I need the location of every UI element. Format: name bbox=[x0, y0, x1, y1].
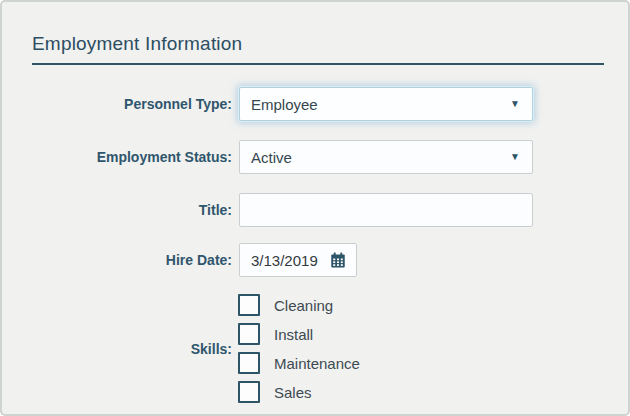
form-row-employment-status: Employment Status: Active ▼ bbox=[2, 140, 628, 174]
employment-information-panel: Employment Information Personnel Type: E… bbox=[0, 0, 630, 416]
skill-option-install[interactable]: Install bbox=[238, 323, 360, 345]
personnel-type-selected-value: Employee bbox=[251, 96, 318, 113]
hire-date-input[interactable]: 3/13/2019 bbox=[239, 243, 357, 277]
hire-date-label: Hire Date: bbox=[2, 252, 232, 268]
employment-status-label: Employment Status: bbox=[2, 149, 232, 165]
employment-status-selected-value: Active bbox=[251, 149, 292, 166]
employment-status-select[interactable]: Active ▼ bbox=[239, 140, 533, 174]
chevron-down-icon: ▼ bbox=[510, 151, 520, 162]
chevron-down-icon: ▼ bbox=[510, 98, 520, 109]
title-input[interactable] bbox=[239, 193, 533, 227]
checkbox-unchecked-icon[interactable] bbox=[238, 294, 260, 316]
skill-option-label: Install bbox=[274, 326, 313, 343]
checkbox-unchecked-icon[interactable] bbox=[238, 352, 260, 374]
personnel-type-label: Personnel Type: bbox=[2, 96, 232, 112]
form-row-skills: Skills: Cleaning Install Maintenance Sal… bbox=[2, 294, 628, 403]
skills-label: Skills: bbox=[2, 341, 232, 357]
hire-date-value: 3/13/2019 bbox=[251, 252, 318, 269]
skill-option-label: Maintenance bbox=[274, 355, 360, 372]
skills-checkbox-group: Cleaning Install Maintenance Sales bbox=[238, 294, 360, 403]
personnel-type-select[interactable]: Employee ▼ bbox=[239, 87, 533, 121]
section-divider bbox=[32, 63, 604, 65]
calendar-icon[interactable] bbox=[329, 251, 347, 269]
checkbox-unchecked-icon[interactable] bbox=[238, 381, 260, 403]
form-row-personnel-type: Personnel Type: Employee ▼ bbox=[2, 87, 628, 121]
skill-option-maintenance[interactable]: Maintenance bbox=[238, 352, 360, 374]
page-title: Employment Information bbox=[32, 33, 242, 55]
form-row-title: Title: bbox=[2, 193, 628, 227]
skill-option-label: Sales bbox=[274, 384, 312, 401]
title-label: Title: bbox=[2, 202, 232, 218]
checkbox-unchecked-icon[interactable] bbox=[238, 323, 260, 345]
skill-option-sales[interactable]: Sales bbox=[238, 381, 360, 403]
form-row-hire-date: Hire Date: 3/13/2019 bbox=[2, 243, 628, 277]
skill-option-label: Cleaning bbox=[274, 297, 333, 314]
skill-option-cleaning[interactable]: Cleaning bbox=[238, 294, 360, 316]
